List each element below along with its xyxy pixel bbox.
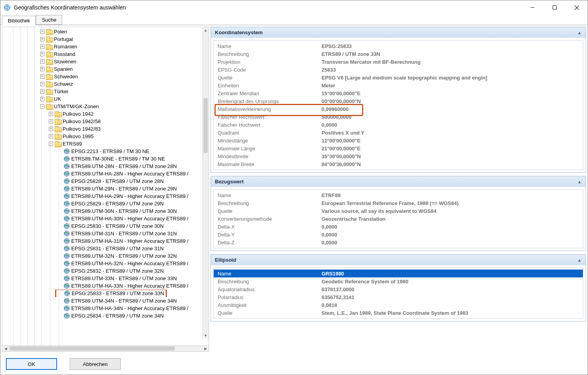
- property-row[interactable]: EinheitenMeter: [214, 81, 583, 89]
- collapse-icon[interactable]: ▲: [577, 30, 582, 35]
- tree-row[interactable]: +Russland: [2, 50, 202, 58]
- tree-row[interactable]: −ETRS89: [2, 140, 202, 148]
- tree-row[interactable]: ETRS89.UTM-32N - ETRS89 / UTM zone 32N: [2, 252, 202, 260]
- property-row[interactable]: Mindestbreite35°30'00,0000"N: [214, 152, 583, 160]
- tree-expander[interactable]: +: [49, 119, 53, 124]
- tree-row[interactable]: +Türkei: [2, 88, 202, 95]
- tree-expander[interactable]: +: [40, 30, 44, 34]
- scroll-thumb[interactable]: [203, 98, 208, 153]
- tree-row[interactable]: ETRS89.UTM-31N - ETRS89 / UTM zone 31N: [2, 230, 202, 237]
- tree-row[interactable]: EPSG:25833 - ETRS89 / UTM zone 33N: [2, 290, 202, 297]
- tree-expander[interactable]: −: [49, 142, 53, 146]
- tree-row[interactable]: EPSG:25831 - ETRS89 / UTM zone 31N: [2, 245, 202, 252]
- property-row[interactable]: QuelleEPSG V6 [Large and medium scale to…: [214, 74, 583, 81]
- property-row[interactable]: QuadrantPositives X und Y: [214, 129, 583, 137]
- tree-row[interactable]: ETRS89.UTM-HA-33N - Higher Accuracy ETRS…: [2, 282, 202, 290]
- property-row[interactable]: QuelleStem, L.E., Jan 1989, State Plane …: [214, 309, 583, 317]
- tree-row[interactable]: EPSG:25830 - ETRS89 / UTM zone 30N: [2, 222, 202, 230]
- section-header-ellipsoid[interactable]: Ellipsoid ▲: [211, 255, 586, 265]
- tree-row[interactable]: +Slowenen: [2, 58, 202, 65]
- tree-row[interactable]: +Schweiz: [2, 80, 202, 88]
- tree-row[interactable]: ETRS89.UTM-HA-34N - Higher Accuracy ETRS…: [2, 305, 202, 312]
- hscroll-thumb[interactable]: [9, 346, 175, 351]
- collapse-icon[interactable]: ▲: [577, 179, 582, 184]
- property-row[interactable]: NameEPSG:25833: [214, 42, 583, 50]
- tree-row[interactable]: ETRS89.UTM-30N - ETRS89 / UTM zone 30N: [2, 207, 202, 215]
- property-row[interactable]: NameGRS1980: [214, 270, 583, 277]
- tree-row[interactable]: ETRS89.UTM-29N - ETRS89 / UTM zone 29N: [2, 185, 202, 192]
- property-row[interactable]: QuelleVarious source, all say its equiva…: [214, 207, 583, 215]
- tree-row[interactable]: +Pulkovo 1942/58: [2, 118, 202, 125]
- tree-row[interactable]: ETRS89.UTM-HA-28N - Higher Accuracy ETRS…: [2, 170, 202, 177]
- tree-expander[interactable]: +: [40, 44, 44, 49]
- section-header-coord[interactable]: Koordinatensystem ▲: [211, 27, 586, 38]
- tree-row[interactable]: ETRS89.UTM-HA-30N - Higher Accuracy ETRS…: [2, 215, 202, 222]
- property-row[interactable]: Breitengrad des Ursprungs00°00'00,0000"N: [214, 97, 583, 105]
- property-row[interactable]: Maßstabsverkleinerung0,99960000: [214, 105, 583, 113]
- tree-row[interactable]: ETRS89.UTM-33N - ETRS89 / UTM zone 33N: [2, 275, 202, 282]
- property-row[interactable]: Äquatorialradius6378137,0000: [214, 285, 583, 293]
- property-row[interactable]: Falscher Rechtswert:500000,0000: [214, 113, 583, 121]
- tree-row[interactable]: EPSG:2213 - ETRS89 / TM 30 NE: [2, 148, 202, 155]
- tree-expander[interactable]: +: [40, 52, 44, 56]
- property-row[interactable]: Zentraler Meridian15°00'00,0000"E: [214, 89, 583, 97]
- tree-row[interactable]: EPSG:25829 - ETRS89 / UTM zone 29N: [2, 200, 202, 207]
- maximize-button[interactable]: [544, 0, 566, 15]
- tree-expander[interactable]: +: [40, 97, 44, 101]
- minimize-button[interactable]: [521, 0, 544, 15]
- section-header-datum[interactable]: Bezugswert ▲: [211, 176, 586, 187]
- tree-row[interactable]: ETRS89.UTM-HA-29N - Higher Accuracy ETRS…: [2, 192, 202, 200]
- property-row[interactable]: Ausmittigkeit0,0818: [214, 301, 583, 309]
- tree-expander[interactable]: +: [49, 112, 53, 116]
- tree-expander[interactable]: +: [40, 59, 44, 64]
- tree[interactable]: +Polen+Portugal+Rumänien+Russland+Slowen…: [2, 27, 202, 320]
- property-row[interactable]: EPSG-Code25833: [214, 66, 583, 74]
- property-row[interactable]: BeschreibungETRS89 / UTM zone 33N: [214, 50, 583, 58]
- tree-horizontal-scrollbar[interactable]: ◀ ▶: [2, 345, 209, 351]
- tree-row[interactable]: +Pulkovo 1942/83: [2, 125, 202, 133]
- tree-row[interactable]: EPSG:25834 - ETRS89 / UTM zone 34N: [2, 312, 202, 320]
- tree-expander[interactable]: −: [40, 104, 44, 109]
- property-row[interactable]: Delta-X0,0000: [214, 223, 583, 231]
- tree-row[interactable]: ETRS89.UTM-34N - ETRS89 / UTM zone 34N: [2, 297, 202, 305]
- scroll-right-arrow-icon[interactable]: ▶: [202, 345, 209, 351]
- ok-button[interactable]: OK: [6, 358, 57, 370]
- tree-row[interactable]: −UTM/TM/GK-Zonen: [2, 103, 202, 110]
- property-row[interactable]: BeschreibungEuropean Terrestrial Referen…: [214, 199, 583, 207]
- property-row[interactable]: Maximale Breite84°00'36,0000"N: [214, 160, 583, 168]
- scroll-down-arrow-icon[interactable]: ▼: [203, 333, 209, 339]
- tree-expander[interactable]: +: [40, 37, 44, 41]
- tree-row[interactable]: +Pulkovo 1942: [2, 110, 202, 118]
- property-row[interactable]: BeschreibungGeodetic Reference System of…: [214, 277, 583, 285]
- tree-row[interactable]: ETRS89.UTM-HA-31N - Higher Accuracy ETRS…: [2, 237, 202, 245]
- property-row[interactable]: Falscher Hochwert0,0000: [214, 121, 583, 129]
- tree-expander[interactable]: +: [49, 134, 53, 139]
- scroll-up-arrow-icon[interactable]: ▲: [203, 27, 209, 33]
- tree-row[interactable]: +Pulkovo 1995: [2, 133, 202, 140]
- tree-row[interactable]: +Portugal: [2, 35, 202, 43]
- cancel-button[interactable]: Abbrechen: [70, 358, 121, 370]
- tree-row[interactable]: ETRS89.UTM-28N - ETRS89 / UTM zone 28N: [2, 163, 202, 170]
- tree-expander[interactable]: +: [40, 74, 44, 79]
- property-row[interactable]: Delta-Z0,0000: [214, 238, 583, 246]
- tree-row[interactable]: +Schweden: [2, 73, 202, 80]
- tree-expander[interactable]: +: [40, 89, 44, 94]
- scroll-left-arrow-icon[interactable]: ◀: [2, 345, 9, 351]
- tree-row[interactable]: +Spanien: [2, 65, 202, 73]
- tree-row[interactable]: EPSG:25832 - ETRS89 / UTM zone 32N: [2, 267, 202, 275]
- property-row[interactable]: Polarradius6356752,3141: [214, 293, 583, 301]
- tree-row[interactable]: +UK: [2, 95, 202, 103]
- property-row[interactable]: NameETRF89: [214, 191, 583, 199]
- tree-expander[interactable]: +: [49, 127, 53, 131]
- tree-row[interactable]: ETRS89.TM-30NE - ETRS89 / TM 30 NE: [2, 155, 202, 163]
- tree-vertical-scrollbar[interactable]: ▲ ▼: [202, 27, 209, 339]
- property-row[interactable]: ProjektionTransverse Mercator mit BF-Ber…: [214, 58, 583, 66]
- tree-row[interactable]: EPSG:25828 - ETRS89 / UTM zone 28N: [2, 177, 202, 185]
- tree-row[interactable]: +Rumänien: [2, 43, 202, 50]
- tab-library[interactable]: Bibliothek: [2, 16, 36, 25]
- property-row[interactable]: Delta-Y0,0000: [214, 231, 583, 238]
- tab-search[interactable]: Suche: [36, 15, 62, 25]
- property-row[interactable]: Maximale Länge21°00'00,0000"E: [214, 144, 583, 152]
- property-row[interactable]: KonvertierungsmethodeGeozentrische Trans…: [214, 215, 583, 223]
- tree-row[interactable]: +Polen: [2, 28, 202, 35]
